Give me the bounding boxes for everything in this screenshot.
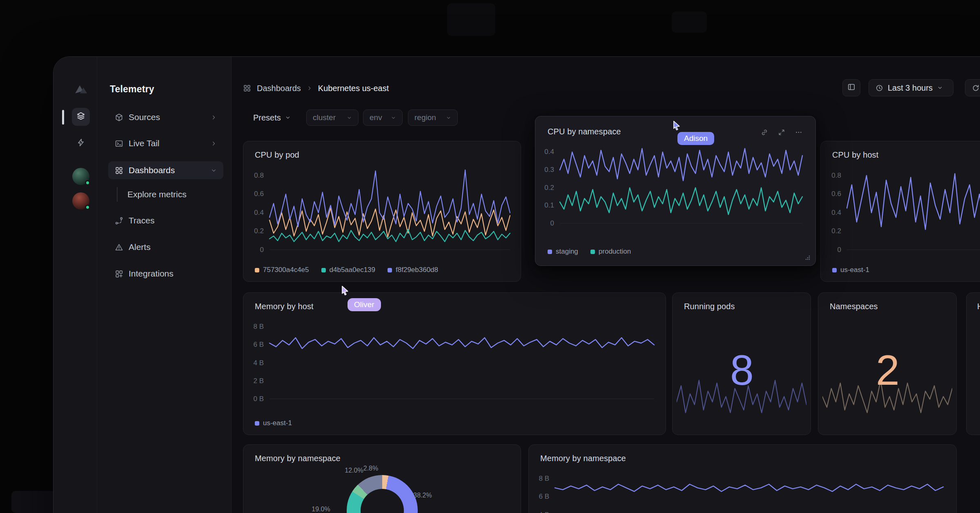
app-logo-icon <box>74 81 89 97</box>
filter-chip-env[interactable]: env <box>363 109 403 126</box>
time-range-picker[interactable]: Last 3 hours <box>869 79 953 96</box>
screen: Telemetry Sources Live Tail Dashboards <box>0 0 980 513</box>
legend-item[interactable]: d4b5aa0ec139 <box>321 266 376 274</box>
axis-tick-label: 0.1 <box>544 201 554 210</box>
axis-tick-label: 8 B <box>253 323 264 331</box>
legend-item[interactable]: us-east-1 <box>255 419 292 427</box>
cpu-by-host-legend[interactable]: us-east-1 <box>832 266 869 274</box>
panel-cpu-by-host[interactable]: CPU by host 0.80.60.40.20 us-east-1 <box>820 141 980 282</box>
legend-item[interactable]: us-east-1 <box>832 266 869 274</box>
panel-memory-by-namespace-line[interactable]: Memory by namespace 8 B6 B4 B2 B0 B <box>528 444 957 513</box>
legend-item[interactable]: f8f29eb360d8 <box>388 266 438 274</box>
legend-item[interactable]: staging <box>548 248 578 256</box>
panel-title: Namespaces <box>830 302 878 311</box>
layers-icon <box>76 112 85 122</box>
running-pods-value: 8 <box>673 346 811 395</box>
sidebar-item-label: Sources <box>129 112 160 122</box>
memory-by-host-chart[interactable]: 8 B6 B4 B2 B0 B <box>270 321 654 399</box>
resize-grip-icon[interactable] <box>805 255 811 262</box>
more-options-icon[interactable] <box>795 129 802 136</box>
filter-chip-region[interactable]: region <box>408 109 458 126</box>
panel-title: CPU by host <box>832 150 878 160</box>
sidebar-item-dashboards[interactable]: Dashboards <box>108 161 223 179</box>
cpu-by-namespace-legend[interactable]: stagingproduction <box>548 248 631 256</box>
expand-icon[interactable] <box>778 129 785 136</box>
panel-layout-icon <box>847 83 855 93</box>
background-window-ghost <box>447 3 495 36</box>
panel-memory-by-namespace-donut[interactable]: Memory by namespace 12.0%2.8%38.2%19.0% <box>243 444 521 513</box>
donut-slice-label: 12.0% <box>345 467 363 474</box>
chip-label: region <box>414 113 436 122</box>
cursor-arrow-icon <box>674 121 679 130</box>
rail-live-button[interactable] <box>72 134 90 152</box>
sidebar-item-label: Integrations <box>129 269 174 279</box>
legend-item[interactable]: 757300a4c4e5 <box>255 266 309 274</box>
memory-by-namespace-chart[interactable]: 8 B6 B4 B2 B0 B <box>555 473 943 513</box>
sidebar-item-label: Alerts <box>129 242 151 252</box>
chevron-right-icon <box>211 114 217 120</box>
panel-title: Hosts <box>977 302 980 311</box>
breadcrumb-current-page: Kubernetes us-east <box>318 84 389 93</box>
sidebar-item-alerts[interactable]: Alerts <box>108 238 223 256</box>
cpu-by-host-chart[interactable]: 0.80.60.40.20 <box>847 170 980 250</box>
panel-title: Memory by namespace <box>255 454 341 463</box>
sidebar: Telemetry Sources Live Tail Dashboards <box>53 57 232 513</box>
panel-hosts[interactable]: Hosts <box>966 292 980 435</box>
panel-running-pods[interactable]: Running pods 8 <box>672 292 811 435</box>
alert-triangle-icon <box>115 243 123 252</box>
axis-tick-label: 2 B <box>253 377 264 385</box>
blocks-icon <box>115 270 123 278</box>
presets-label: Presets <box>253 113 281 123</box>
memory-by-host-legend[interactable]: us-east-1 <box>255 419 292 427</box>
filter-chip-cluster[interactable]: cluster <box>306 109 359 126</box>
cursor-name-badge: Oliver <box>347 298 381 311</box>
cpu-by-pod-legend[interactable]: 757300a4c4e5d4b5aa0ec139f8f29eb360d8 <box>255 266 438 274</box>
panel-memory-by-host[interactable]: Memory by host 8 B6 B4 B2 B0 B us-east-1 <box>243 292 666 435</box>
avatar-user-2[interactable] <box>72 192 89 210</box>
sidebar-item-label: Traces <box>129 216 154 225</box>
cpu-by-namespace-chart[interactable]: 0.40.30.20.10 <box>560 146 802 223</box>
sidebar-item-integrations[interactable]: Integrations <box>108 265 223 283</box>
namespaces-value: 2 <box>818 346 956 395</box>
workspace-rail <box>53 57 97 513</box>
collaborator-cursor-oliver: Oliver <box>341 285 352 297</box>
breadcrumb-dashboards-link[interactable]: Dashboards <box>257 84 301 93</box>
axis-tick-label: 0.8 <box>254 172 264 180</box>
panel-cpu-by-namespace-dragging[interactable]: CPU by namespace 0.40.30.20.10 stagingpr… <box>535 116 816 266</box>
donut-hole <box>361 489 404 513</box>
avatar-user-1[interactable] <box>72 168 89 185</box>
axis-tick-label: 4 B <box>539 511 549 513</box>
sidebar-item-explore-metrics[interactable]: Explore metrics <box>108 185 223 203</box>
chevron-down-icon <box>446 115 451 120</box>
axis-tick-label: 0.6 <box>831 190 841 198</box>
legend-item[interactable]: production <box>590 248 631 256</box>
link-icon[interactable] <box>761 129 768 136</box>
panels-button[interactable] <box>842 79 860 96</box>
online-status-dot <box>85 180 90 185</box>
clock-icon <box>875 84 883 92</box>
axis-tick-label: 6 B <box>539 493 549 501</box>
sidebar-item-traces[interactable]: Traces <box>108 212 223 230</box>
sidebar-item-sources[interactable]: Sources <box>108 108 223 126</box>
memory-by-namespace-donut[interactable] <box>347 475 418 513</box>
online-status-dot <box>85 205 90 210</box>
axis-tick-label: 0.2 <box>254 227 264 235</box>
refresh-icon <box>972 84 980 92</box>
presets-dropdown[interactable]: Presets <box>253 109 291 126</box>
donut-slice-label: 19.0% <box>312 506 330 513</box>
panel-cpu-by-pod[interactable]: CPU by pod 0.80.60.40.20 757300a4c4e5d4b… <box>243 141 521 282</box>
chip-label: env <box>370 113 382 122</box>
sidebar-item-live-tail[interactable]: Live Tail <box>108 134 223 152</box>
time-range-label: Last 3 hours <box>888 83 933 93</box>
panel-namespaces[interactable]: Namespaces 2 <box>818 292 957 435</box>
axis-tick-label: 0.4 <box>544 148 554 156</box>
chevron-down-icon <box>211 167 217 174</box>
sidebar-item-label: Explore metrics <box>127 190 187 199</box>
refresh-button[interactable] <box>965 79 980 96</box>
cpu-by-pod-chart[interactable]: 0.80.60.40.20 <box>270 170 510 250</box>
axis-tick-label: 6 B <box>253 341 264 349</box>
chevron-down-icon <box>391 115 396 120</box>
axis-tick-label: 0 <box>260 246 264 254</box>
rail-sources-button[interactable] <box>72 108 90 126</box>
chip-label: cluster <box>313 113 336 122</box>
